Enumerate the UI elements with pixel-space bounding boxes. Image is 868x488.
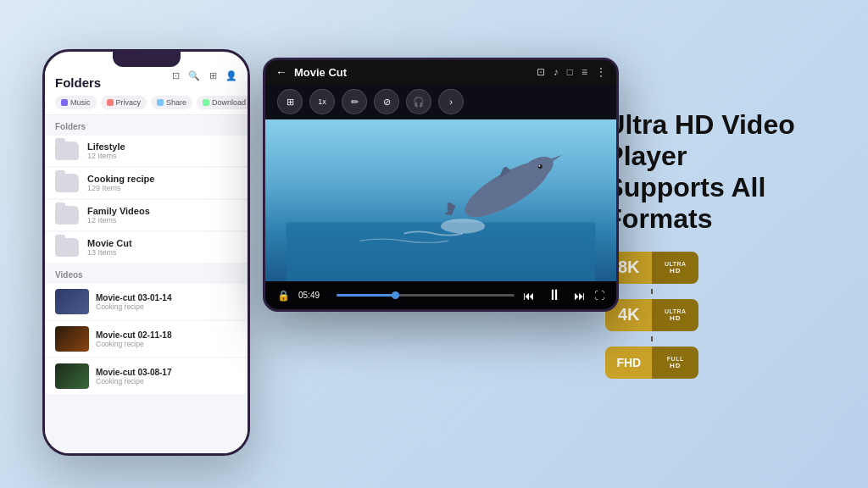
current-time: 05:49 (298, 291, 328, 300)
phone-screen-title: Folders (55, 75, 101, 90)
dolphin-animation (265, 119, 616, 281)
badge-4k-sub: ULTRA HD (652, 299, 698, 331)
video-item-3[interactable]: Movie-cut 03-08-17 Cooking recipe (45, 358, 248, 394)
tablet-body: ← Movie Cut ⊡ ♪ □ ≡ ⋮ ⊞ 1x ✏ ⊘ 🎧 › (263, 58, 619, 312)
music-icon[interactable]: ♪ (554, 66, 559, 78)
subtitles-icon[interactable]: □ (567, 66, 573, 78)
cast-icon[interactable]: ⊡ (537, 66, 545, 78)
video-info: Movie-cut 03-08-17 Cooking recipe (96, 368, 171, 385)
back-button[interactable]: ← (275, 65, 287, 79)
phone-notch (113, 52, 181, 67)
video-item-2[interactable]: Movie-cut 02-11-18 Cooking recipe (45, 321, 248, 357)
video-thumbnail (55, 289, 89, 314)
tab-privacy[interactable]: Privacy (101, 96, 147, 109)
folder-count: 12 Items (87, 152, 125, 160)
tab-download[interactable]: Download (197, 96, 248, 109)
main-headline: Ultra HD Video Player Supports All Forma… (605, 109, 834, 234)
folder-cooking[interactable]: Cooking recipe 129 Items (45, 168, 248, 198)
right-panel: Ultra HD Video Player Supports All Forma… (605, 109, 834, 378)
svg-rect-0 (287, 223, 596, 281)
tablet-header-icons: ⊡ ♪ □ ≡ ⋮ (537, 66, 606, 78)
video-name: Movie-cut 03-08-17 (96, 368, 171, 377)
eq-button[interactable]: ⊞ (277, 89, 303, 114)
videos-section-label: Videos (45, 263, 248, 283)
badge-8k-sub: ULTRA HD (652, 252, 698, 284)
playback-bar: 🔒 05:49 ⏮ ⏸ ⏭ ⛶ (265, 281, 616, 309)
progress-handle[interactable] (392, 291, 399, 299)
phone-mockup: Folders ⊡ 🔍 ⊞ 👤 Music (42, 49, 250, 456)
lock-button[interactable]: 🔒 (277, 290, 290, 302)
headphone-button[interactable]: 🎧 (406, 89, 431, 114)
badge-4k-top: ULTRA (665, 308, 687, 314)
video-info: Movie-cut 02-11-18 Cooking recipe (96, 330, 171, 348)
badge-4k: 4K ULTRA HD (605, 299, 698, 331)
connector-8k-4k (651, 289, 653, 294)
badge-8k: 8K ULTRA HD (605, 252, 698, 284)
user-icon[interactable]: 👤 (225, 69, 237, 81)
video-frame (265, 119, 616, 281)
phone-tabs: Music Privacy Share Download (55, 96, 237, 109)
folder-name: Lifestyle (87, 141, 125, 152)
tablet-mockup: ← Movie Cut ⊡ ♪ □ ≡ ⋮ ⊞ 1x ✏ ⊘ 🎧 › (263, 58, 619, 312)
video-name: Movie-cut 03-01-14 (96, 293, 171, 302)
folder-icon (55, 141, 79, 160)
folder-movie-cut[interactable]: Movie Cut 13 Items (45, 232, 248, 263)
badge-8k-top: ULTRA (665, 261, 687, 267)
video-item-1[interactable]: Movie-cut 03-01-14 Cooking recipe (45, 284, 248, 319)
folders-section-label: Folders (45, 115, 248, 135)
phone-header-icons: ⊡ 🔍 ⊞ 👤 (170, 69, 237, 81)
video-thumbnail (55, 363, 89, 389)
tab-share[interactable]: Share (151, 96, 192, 109)
previous-button[interactable]: ⏮ (523, 289, 535, 302)
svg-point-5 (538, 165, 540, 167)
search-icon[interactable]: 🔍 (188, 69, 200, 81)
folder-icon (55, 174, 79, 192)
player-controls: ⏮ ⏸ ⏭ (523, 286, 586, 304)
video-thumbnail (55, 326, 89, 352)
settings-icon[interactable]: ≡ (581, 66, 587, 78)
edit-button[interactable]: ✏ (342, 89, 367, 114)
video-controls-bar: ⊞ 1x ✏ ⊘ 🎧 › (265, 84, 616, 119)
badge-8k-bot: HD (670, 267, 682, 274)
progress-bar[interactable] (337, 294, 515, 297)
video-sub: Cooking recipe (96, 340, 171, 348)
tablet-video-title: Movie Cut (294, 66, 530, 79)
badge-fhd-sub: FULL HD (652, 347, 698, 379)
phone-body: Folders ⊡ 🔍 ⊞ 👤 Music (42, 49, 250, 456)
folder-count: 129 Items (87, 184, 154, 192)
fullscreen-button[interactable]: ⛶ (594, 290, 604, 302)
folder-info: Family Videos 12 Items (87, 206, 150, 225)
more-icon[interactable]: ⋮ (596, 66, 606, 78)
video-display (265, 119, 616, 281)
headline-line2: Supports All Formats (605, 172, 834, 235)
speed-button[interactable]: 1x (309, 89, 335, 114)
folder-lifestyle[interactable]: Lifestyle 12 Items (45, 136, 248, 166)
grid-icon[interactable]: ⊞ (207, 69, 219, 81)
cast-icon[interactable]: ⊡ (170, 69, 181, 81)
video-info: Movie-cut 03-01-14 Cooking recipe (96, 293, 171, 311)
svg-point-1 (441, 219, 485, 233)
tablet-header: ← Movie Cut ⊡ ♪ □ ≡ ⋮ (265, 60, 616, 84)
folder-name: Cooking recipe (87, 174, 154, 184)
folder-icon (55, 206, 79, 225)
folder-info: Movie Cut 13 Items (87, 238, 132, 257)
folder-family[interactable]: Family Videos 12 Items (45, 200, 248, 230)
folder-icon (55, 238, 79, 257)
video-name: Movie-cut 02-11-18 (96, 330, 171, 340)
folder-name: Movie Cut (87, 238, 132, 248)
phone-header: Folders ⊡ 🔍 ⊞ 👤 Music (45, 67, 248, 115)
cancel-button[interactable]: ⊘ (374, 89, 399, 114)
tab-music[interactable]: Music (55, 96, 97, 109)
folder-info: Cooking recipe 129 Items (87, 174, 154, 192)
next-button[interactable]: ⏭ (574, 289, 586, 302)
pause-button[interactable]: ⏸ (547, 286, 562, 304)
more-button[interactable]: › (438, 89, 464, 114)
svg-point-4 (538, 164, 542, 169)
badge-4k-bot: HD (670, 314, 682, 322)
folder-count: 13 Items (87, 248, 132, 257)
folder-count: 12 Items (87, 216, 150, 225)
badge-fhd: FHD FULL HD (605, 347, 698, 379)
connector-4k-fhd (651, 336, 653, 341)
video-sub: Cooking recipe (96, 377, 171, 385)
video-sub: Cooking recipe (96, 302, 171, 311)
